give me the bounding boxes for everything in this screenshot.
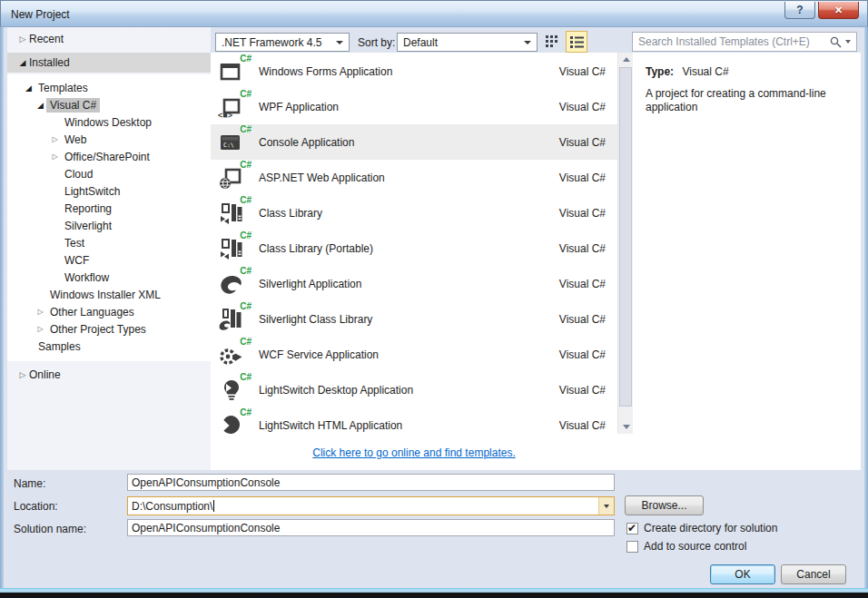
help-button[interactable]: ? <box>784 2 815 19</box>
tree-expander-icon[interactable]: ◢ <box>35 101 46 110</box>
template-name: LightSwitch Desktop Application <box>259 384 559 397</box>
browse-button[interactable]: Browse... <box>625 495 704 515</box>
template-list-item[interactable]: C# LightSwitch HTML Application Visual C… <box>211 407 617 443</box>
tree-expander-icon[interactable]: ▷ <box>35 308 46 316</box>
template-list-item[interactable]: C# Windows Forms Application Visual C# <box>211 54 617 89</box>
scroll-thumb[interactable] <box>619 67 632 407</box>
search-icon <box>830 36 842 48</box>
template-language: Visual C# <box>559 172 606 184</box>
ok-button[interactable]: OK <box>710 564 775 584</box>
tree-item-label: WCF <box>61 253 93 268</box>
search-box[interactable] <box>632 32 857 52</box>
name-label: Name: <box>14 477 45 490</box>
tree-item-label: Other Languages <box>46 305 138 319</box>
lightswitch-desktop-icon: C# <box>218 377 245 404</box>
tree-item[interactable]: LightSwitch <box>7 182 211 200</box>
search-input[interactable] <box>638 35 830 48</box>
source-control-checkbox[interactable]: Add to source control <box>626 540 746 553</box>
checkbox-label: Add to source control <box>644 540 746 553</box>
checkbox-box[interactable] <box>626 523 638 534</box>
create-directory-checkbox[interactable]: Create directory for solution <box>626 522 777 534</box>
template-language: Visual C# <box>559 242 606 255</box>
checkbox-box[interactable] <box>626 541 638 553</box>
sort-select[interactable]: Default <box>397 33 538 52</box>
template-list-item[interactable]: C# Silverlight Class Library Visual C# <box>211 301 617 337</box>
template-list-item[interactable]: C# ASP.NET Web Application Visual C# <box>211 160 617 195</box>
tree-expander-icon[interactable]: ▷ <box>35 325 46 333</box>
template-name: Silverlight Class Library <box>259 313 559 326</box>
small-icons-view-button[interactable] <box>541 31 563 53</box>
checkbox-label: Create directory for solution <box>644 522 777 534</box>
template-name: Class Library (Portable) <box>259 242 559 255</box>
tree-item[interactable]: Windows Desktop <box>7 113 211 131</box>
tree-item[interactable]: ◢ Templates <box>7 79 211 96</box>
location-input[interactable]: D:\Consumption\ <box>127 496 615 515</box>
tree-item[interactable]: ▷ Other Languages <box>7 303 211 320</box>
template-language: Visual C# <box>559 384 606 397</box>
tree-expander-icon[interactable]: ◢ <box>23 83 35 93</box>
template-list-item[interactable]: C:\C# Console Application Visual C# <box>211 124 617 160</box>
tree-expander-icon[interactable]: ▷ <box>49 135 61 143</box>
scroll-up-icon <box>623 57 630 62</box>
template-list-item[interactable]: <■>C# WPF Application Visual C# <box>211 89 617 124</box>
location-dropdown-button[interactable] <box>598 497 614 515</box>
framework-select[interactable]: .NET Framework 4.5 <box>215 33 350 52</box>
tree-item-label: Silverlight <box>61 219 115 233</box>
template-description: A project for creating a command-line ap… <box>646 87 850 114</box>
template-list-item[interactable]: C# LightSwitch Desktop Application Visua… <box>211 372 617 407</box>
tree-item[interactable]: WCF <box>7 251 211 269</box>
csharp-badge: C# <box>240 124 252 134</box>
template-language: Visual C# <box>559 419 606 432</box>
tree-item[interactable]: ▷ Office/SharePoint <box>7 148 211 165</box>
sidebar-item-recent[interactable]: ▷ Recent <box>7 30 211 48</box>
template-list-panel: C# Windows Forms Application Visual C# <… <box>211 53 633 470</box>
template-list: C# Windows Forms Application Visual C# <… <box>211 54 617 443</box>
template-list-item[interactable]: C# Class Library (Portable) Visual C# <box>211 230 617 266</box>
list-view-button[interactable] <box>566 31 587 53</box>
tree-item[interactable]: Test <box>7 234 211 251</box>
tree-item-label: Templates <box>35 81 92 95</box>
tree-item[interactable]: Samples <box>7 338 211 355</box>
tree-expander-icon[interactable]: ▷ <box>49 152 61 161</box>
tree-item[interactable]: Reporting <box>7 200 211 217</box>
tree-item[interactable]: ▷ Other Project Types <box>7 320 211 338</box>
tree-item-label: LightSwitch <box>61 184 123 199</box>
tree-item[interactable]: Cloud <box>7 165 211 182</box>
template-list-item[interactable]: C# Silverlight Application Visual C# <box>211 266 617 301</box>
silverlight-icon: C# <box>218 270 245 298</box>
tree-item[interactable]: ▷ Web <box>7 131 211 148</box>
csharp-badge: C# <box>240 266 252 276</box>
tree-item[interactable]: ◢ Visual C# <box>7 96 211 113</box>
chevron-expanded-icon[interactable]: ◢ <box>7 58 29 67</box>
cancel-button[interactable]: Cancel <box>781 564 846 584</box>
tree-item[interactable]: Windows Installer XML <box>7 286 211 303</box>
close-button[interactable]: ✕ <box>818 2 859 19</box>
template-name: Console Application <box>259 136 559 149</box>
template-list-item[interactable]: C# Class Library Visual C# <box>211 195 617 230</box>
scroll-down-button[interactable] <box>618 420 634 434</box>
scrollbar[interactable] <box>617 53 633 434</box>
sidebar: ▷ Recent ◢ Installed ◢ Templates ◢ Visua… <box>7 27 211 470</box>
template-language: Visual C# <box>559 101 606 113</box>
scroll-up-button[interactable] <box>618 53 634 66</box>
chevron-down-icon[interactable] <box>845 40 851 44</box>
sort-by-label: Sort by: <box>358 36 395 49</box>
sidebar-item-online[interactable]: ▷ Online <box>7 366 211 384</box>
tree-item[interactable]: Silverlight <box>7 217 211 234</box>
window-frame-right <box>864 27 868 588</box>
new-project-dialog: ▷ Recent ◢ Installed ◢ Templates ◢ Visua… <box>4 27 864 588</box>
chevron-right-icon[interactable]: ▷ <box>7 34 29 44</box>
tree-item[interactable]: Workflow <box>7 269 211 286</box>
template-name: WPF Application <box>259 101 559 113</box>
console-icon: C:\C# <box>218 129 245 156</box>
type-label: Type: <box>646 65 674 78</box>
window-titlebar[interactable]: New Project ? ✕ <box>0 0 868 27</box>
name-input[interactable] <box>127 474 615 491</box>
csharp-badge: C# <box>240 195 252 205</box>
sidebar-item-installed[interactable]: ◢ Installed <box>7 53 211 73</box>
chevron-right-icon[interactable]: ▷ <box>7 370 29 379</box>
solution-name-input[interactable] <box>127 519 615 536</box>
template-list-item[interactable]: C# WCF Service Application Visual C# <box>211 337 617 372</box>
silverlight-classlib-icon: C# <box>218 306 245 333</box>
online-templates-link[interactable]: Click here to go online and find templat… <box>312 446 515 459</box>
